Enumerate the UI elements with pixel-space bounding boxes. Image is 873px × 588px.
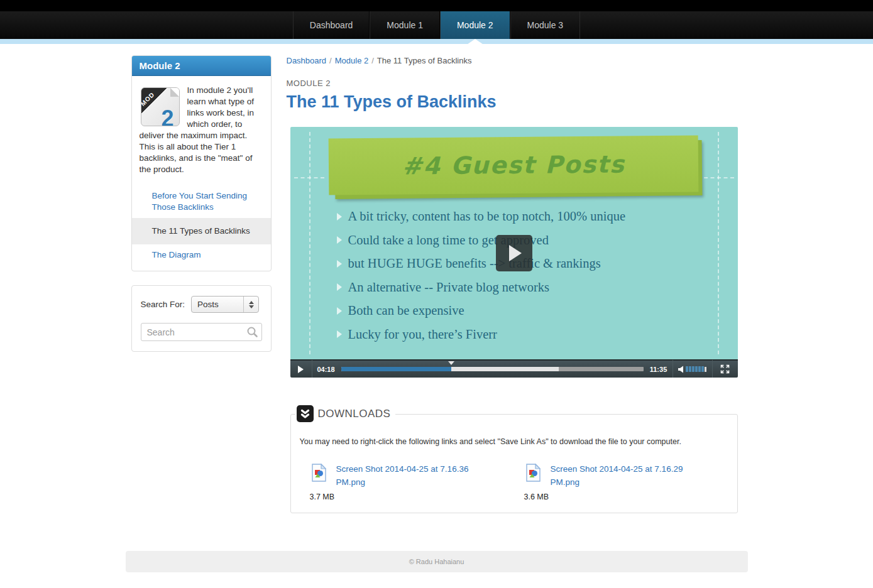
slide-dashed-line — [294, 177, 324, 178]
sidebar: Module 2 MOD 2 In module 2 you'll learn … — [131, 55, 272, 513]
breadcrumb-module-2[interactable]: Module 2 — [335, 56, 368, 65]
search-input[interactable] — [141, 323, 262, 341]
downloads-section: DOWNLOADS You may need to right-click th… — [290, 414, 738, 513]
downloads-heading: DOWNLOADS — [295, 405, 396, 422]
lesson-link-the-diagram[interactable]: The Diagram — [132, 244, 271, 266]
page-title: The 11 Types of Backlinks — [287, 92, 743, 112]
bullet-arrow-icon — [337, 283, 342, 291]
search-for-label: Search For: — [141, 300, 185, 309]
image-file-icon[interactable] — [526, 464, 541, 484]
lesson-link-before-you-start[interactable]: Before You Start Sending Those Backlinks — [132, 185, 271, 218]
download-item: Screen Shot 2014-04-25 at 7.16.29 PM.png… — [526, 462, 728, 501]
main-content: Dashboard/Module 2/The 11 Types of Backl… — [287, 55, 743, 513]
slide-dashed-line — [309, 132, 310, 354]
breadcrumb-current: The 11 Types of Backlinks — [377, 56, 472, 65]
slide-bullet: Could take a long time to get approved — [337, 234, 626, 247]
chevron-down-icon — [249, 305, 254, 308]
duration-time: 11:35 — [645, 366, 673, 373]
volume-control[interactable] — [673, 360, 712, 378]
big-play-button[interactable] — [496, 235, 532, 271]
progress-played — [341, 367, 452, 371]
download-item: Screen Shot 2014-04-25 at 7.16.36 PM.png… — [312, 462, 514, 501]
lesson-item: The Diagram — [132, 244, 271, 266]
download-row: Screen Shot 2014-04-25 at 7.16.29 PM.png — [526, 462, 728, 489]
slide-bullet: A bit tricky, content has to be top notc… — [337, 210, 626, 223]
search-input-wrap — [141, 323, 262, 341]
slide-bullet: but HUGE HUGE benefits --> traffic & ran… — [337, 257, 626, 270]
module-2-badge-icon: MOD 2 — [141, 87, 180, 126]
slide-bullet: An alternative -- Private blog networks — [337, 281, 626, 294]
fullscreen-button[interactable] — [713, 360, 738, 378]
slide-bullet: Lucky for you, there’s Fiverr — [337, 328, 626, 341]
slide-bullet-text: Lucky for you, there’s Fiverr — [348, 328, 497, 341]
slide-bullet: Both can be expensive — [337, 304, 626, 317]
badge-page-fold — [170, 88, 179, 97]
volume-segment — [689, 366, 691, 372]
slide-banner-text: #4 Guest Posts — [328, 135, 698, 195]
downloads-file-list: Screen Shot 2014-04-25 at 7.16.36 PM.png… — [300, 462, 728, 501]
speaker-icon — [678, 366, 685, 373]
module-box-title: Module 2 — [132, 56, 271, 76]
bullet-arrow-icon — [337, 307, 342, 315]
volume-segment — [695, 366, 698, 372]
chevron-up-icon — [249, 301, 254, 304]
seek-track — [341, 367, 644, 371]
volume-segment — [692, 366, 695, 372]
module-box-body: MOD 2 In module 2 you'll learn what type… — [132, 76, 271, 179]
search-icon[interactable] — [246, 326, 258, 340]
top-black-strip — [0, 0, 873, 11]
nav-tab-module-3[interactable]: Module 3 — [510, 11, 581, 39]
breadcrumb: Dashboard/Module 2/The 11 Types of Backl… — [287, 56, 743, 65]
slide-dashed-line — [718, 132, 719, 354]
module-info-box: Module 2 MOD 2 In module 2 you'll learn … — [131, 55, 272, 271]
lesson-item: The 11 Types of Backlinks — [132, 218, 271, 244]
accent-strip — [0, 39, 873, 44]
slide-bullet-text: Both can be expensive — [348, 304, 464, 317]
active-tab-arrow — [463, 39, 487, 47]
slide-dashed-line — [704, 177, 734, 178]
downloads-title: DOWNLOADS — [318, 408, 391, 420]
search-type-select[interactable]: Posts — [191, 296, 259, 313]
breadcrumb-dashboard[interactable]: Dashboard — [287, 56, 327, 65]
volume-segment — [698, 366, 701, 372]
bullet-arrow-icon — [337, 213, 342, 220]
file-size: 3.6 MB — [524, 493, 728, 501]
download-chevrons-icon — [297, 405, 314, 422]
play-icon — [298, 366, 304, 373]
download-link[interactable]: Screen Shot 2014-04-25 at 7.16.36 PM.png — [336, 462, 481, 489]
select-stepper-icon — [243, 297, 258, 312]
module-kicker: MODULE 2 — [287, 79, 743, 88]
slide-bullet-text: A bit tricky, content has to be top notc… — [348, 210, 626, 223]
main-nav: Dashboard Module 1 Module 2 Module 3 — [0, 11, 873, 39]
current-time: 04:18 — [312, 366, 340, 373]
seek-handle[interactable] — [448, 361, 454, 365]
search-for-row: Search For: Posts — [141, 296, 262, 313]
nav-tab-module-1[interactable]: Module 1 — [370, 11, 440, 39]
volume-segment — [686, 366, 688, 372]
breadcrumb-separator: / — [329, 56, 332, 65]
fullscreen-icon — [720, 364, 730, 374]
footer: © Radu Hahaianu — [126, 551, 748, 572]
lesson-current-11-types[interactable]: The 11 Types of Backlinks — [132, 218, 271, 244]
image-file-icon[interactable] — [312, 464, 326, 484]
nav-tab-module-2[interactable]: Module 2 — [440, 11, 510, 39]
download-row: Screen Shot 2014-04-25 at 7.16.36 PM.png — [312, 462, 514, 489]
search-type-value: Posts — [192, 300, 243, 309]
page-container: Module 2 MOD 2 In module 2 you'll learn … — [126, 55, 748, 513]
volume-segment — [701, 366, 704, 372]
nav-tab-dashboard[interactable]: Dashboard — [293, 11, 370, 39]
badge-number: 2 — [161, 113, 173, 124]
slide-banner: #4 Guest Posts — [329, 137, 698, 193]
bullet-arrow-icon — [337, 330, 342, 338]
copyright-text: © Radu Hahaianu — [409, 558, 464, 565]
slide-bullet-list: A bit tricky, content has to be top notc… — [337, 210, 626, 351]
search-box: Search For: Posts — [131, 285, 272, 352]
play-icon — [509, 245, 522, 261]
download-link[interactable]: Screen Shot 2014-04-25 at 7.16.29 PM.png — [551, 462, 695, 489]
play-button[interactable] — [290, 360, 312, 378]
nav-tab-module-2-label: Module 2 — [457, 20, 493, 30]
downloads-note: You may need to right-click the followin… — [300, 437, 728, 446]
seek-bar[interactable] — [340, 360, 645, 378]
video-player[interactable]: #4 Guest Posts A bit tricky, content has… — [290, 127, 738, 378]
bullet-arrow-icon — [337, 236, 342, 244]
